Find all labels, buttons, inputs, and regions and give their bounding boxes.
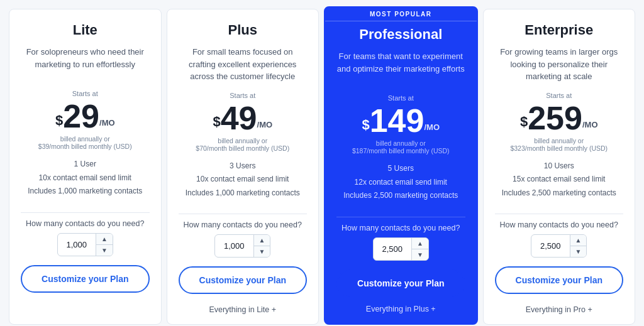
plan-name-plus: Plus [228, 22, 257, 38]
plans-container: LiteFor solopreneurs who need their mark… [6, 6, 638, 326]
cta-button-professional[interactable]: Customize your Plan [336, 269, 465, 297]
billing-note-plus: billed annually or$70/month billed month… [196, 137, 289, 152]
currency-symbol-enterprise: $ [520, 114, 528, 130]
price-period-plus: /MO [257, 120, 273, 129]
starts-at-label-enterprise: Starts at [546, 92, 572, 99]
stepper-up-lite[interactable]: ▲ [96, 234, 113, 245]
most-popular-badge: MOST POPULAR [325, 8, 477, 21]
stepper-down-plus[interactable]: ▼ [254, 246, 270, 257]
plan-card-lite: LiteFor solopreneurs who need their mark… [9, 9, 162, 325]
plan-description-enterprise: For growing teams in larger orgs looking… [495, 46, 624, 83]
billing-note-lite: billed annually or$39/month billed month… [38, 135, 132, 150]
plan-card-professional: MOST POPULARProfessionalFor teams that w… [324, 6, 478, 325]
divider-plus [179, 214, 308, 214]
price-amount-lite: 29 [63, 100, 99, 133]
divider-professional [336, 217, 465, 217]
contacts-stepper-plus[interactable]: 1,000 ▲ ▼ [214, 234, 270, 258]
contacts-label-lite: How many contacts do you need? [26, 219, 144, 228]
stepper-value-plus: 1,000 [215, 237, 253, 254]
features-enterprise: 10 Users15x contact email send limitIncl… [502, 160, 616, 200]
price-period-professional: /MO [424, 122, 440, 132]
cta-button-plus[interactable]: Customize your Plan [179, 266, 308, 294]
plan-description-professional: For teams that want to experiment and op… [336, 50, 465, 85]
price-amount-plus: 49 [221, 102, 257, 134]
features-professional: 5 Users12x contact email send limitInclu… [343, 162, 458, 203]
billing-note-professional: billed annually or$187/month billed mont… [352, 139, 450, 155]
starts-at-label-lite: Starts at [72, 90, 98, 97]
stepper-down-enterprise[interactable]: ▼ [570, 246, 587, 257]
stepper-arrows-enterprise: ▲ ▼ [570, 235, 587, 257]
price-row-enterprise: $ 259 /MO [520, 102, 598, 134]
price-row-professional: $ 149 /MO [362, 104, 440, 137]
price-amount-enterprise: 259 [528, 102, 582, 134]
price-row-plus: $ 49 /MO [213, 102, 272, 134]
contacts-stepper-enterprise[interactable]: 2,500 ▲ ▼ [531, 234, 587, 258]
contacts-stepper-lite[interactable]: 1,000 ▲ ▼ [57, 233, 113, 256]
price-period-enterprise: /MO [582, 120, 598, 129]
contacts-label-professional: How many contacts do you need? [341, 224, 460, 232]
currency-symbol-plus: $ [213, 114, 220, 130]
stepper-up-plus[interactable]: ▲ [254, 235, 270, 246]
starts-at-label-plus: Starts at [230, 92, 255, 99]
currency-symbol-lite: $ [55, 112, 63, 129]
stepper-value-professional: 2,500 [374, 241, 412, 258]
plan-name-lite: Lite [73, 22, 97, 38]
price-period-lite: /MO [99, 118, 115, 128]
everything-in-enterprise: Everything in Pro + [526, 305, 592, 314]
divider-enterprise [495, 214, 624, 214]
stepper-arrows-plus: ▲ ▼ [253, 235, 270, 257]
plan-name-enterprise: Enterprise [525, 22, 593, 38]
stepper-value-enterprise: 2,500 [531, 237, 570, 254]
everything-in-plus: Everything in Lite + [209, 305, 276, 314]
plan-description-lite: For solopreneurs who need their marketin… [21, 46, 150, 81]
stepper-up-enterprise[interactable]: ▲ [570, 235, 587, 246]
stepper-down-professional[interactable]: ▼ [412, 249, 428, 260]
billing-note-enterprise: billed annually or$323/month billed mont… [510, 137, 608, 152]
cta-button-lite[interactable]: Customize your Plan [21, 265, 150, 293]
features-plus: 3 Users10x contact email send limitInclu… [186, 160, 300, 200]
contacts-label-plus: How many contacts do you need? [184, 220, 302, 229]
price-amount-professional: 149 [370, 104, 425, 137]
plan-description-plus: For small teams focused on crafting exce… [179, 46, 308, 83]
starts-at-label-professional: Starts at [388, 94, 414, 102]
cta-button-enterprise[interactable]: Customize your Plan [495, 266, 624, 294]
features-lite: 1 User10x contact email send limitInclud… [28, 158, 142, 198]
divider-lite [21, 212, 150, 213]
everything-in-professional: Everything in Plus + [366, 305, 436, 313]
contacts-stepper-professional[interactable]: 2,500 ▲ ▼ [373, 237, 429, 261]
stepper-value-lite: 1,000 [58, 236, 96, 253]
contacts-label-enterprise: How many contacts do you need? [500, 220, 618, 229]
stepper-down-lite[interactable]: ▼ [96, 245, 113, 256]
stepper-up-professional[interactable]: ▲ [412, 238, 428, 249]
plan-card-enterprise: EnterpriseFor growing teams in larger or… [483, 9, 636, 325]
currency-symbol-professional: $ [362, 117, 369, 133]
stepper-arrows-professional: ▲ ▼ [411, 238, 428, 260]
price-row-lite: $ 29 /MO [55, 100, 115, 133]
stepper-arrows-lite: ▲ ▼ [96, 234, 113, 256]
plan-name-professional: Professional [359, 26, 442, 43]
plan-card-plus: PlusFor small teams focused on crafting … [167, 9, 319, 325]
